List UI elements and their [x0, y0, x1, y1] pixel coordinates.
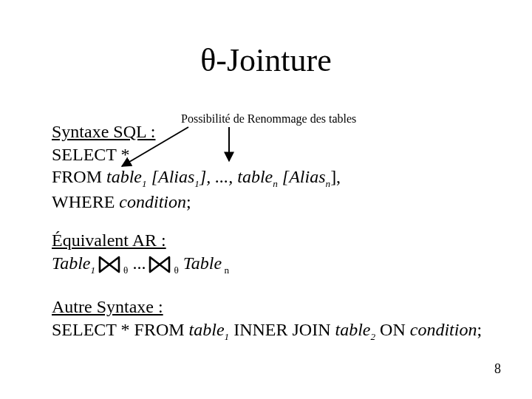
alt-heading: Autre Syntaxe :: [52, 297, 163, 316]
ar-tablen: Table: [179, 253, 222, 273]
sql-tablen-sub: n: [273, 178, 278, 189]
sql-alias1: [Alias: [147, 167, 195, 186]
sql-where-prefix: WHERE: [52, 192, 119, 211]
join-icon: [149, 256, 171, 273]
alt-inner: INNER JOIN: [229, 320, 335, 339]
ar-heading: Équivalent AR :: [52, 231, 166, 250]
sql-alias1-sub: 1: [194, 178, 200, 189]
alt-on: ON: [375, 320, 410, 339]
sql-aliasn: [Alias: [278, 167, 326, 186]
theta-glyph: θ: [200, 42, 216, 78]
alt-end: ;: [477, 320, 482, 339]
ar-seg3: θ Table n: [174, 252, 229, 277]
ar-seg2: θ ...: [123, 252, 146, 277]
alt-table2: table: [335, 320, 371, 339]
alt-cond: condition: [410, 320, 477, 339]
ar-dots: ...: [128, 253, 146, 273]
sql-where-end: ;: [186, 192, 191, 211]
title-suffix: -Jointure: [216, 42, 331, 78]
ar-expression: Table1 θ ... θ Table n: [52, 252, 229, 277]
sql-from-prefix: FROM: [52, 167, 106, 186]
ar-table1: Table: [52, 253, 90, 273]
ar-table1-sub: 1: [90, 265, 95, 276]
sql-from-end: ],: [330, 167, 341, 186]
sql-syntax-block: Syntaxe SQL : SELECT * FROM table1 [Alia…: [52, 120, 341, 214]
alt-prefix: SELECT * FROM: [52, 320, 189, 339]
ar-tablen-sub: n: [222, 265, 229, 276]
sql-where-cond: condition: [119, 192, 186, 211]
ar-equivalent-block: Équivalent AR : Table1 θ ... θ Table n: [52, 229, 229, 276]
join-icon: [98, 256, 120, 273]
sql-heading: Syntaxe SQL :: [52, 122, 155, 141]
ar-seg1: Table1: [52, 252, 95, 277]
page-title: θ-Jointure: [0, 41, 532, 79]
sql-tablen: table: [237, 167, 273, 186]
sql-table1-sub: 1: [142, 178, 147, 189]
page-number: 8: [494, 361, 501, 377]
alt-table1: table: [189, 320, 225, 339]
sql-table1: table: [106, 167, 142, 186]
alt-syntax-block: Autre Syntaxe : SELECT * FROM table1 INN…: [52, 296, 482, 343]
slide: θ-Jointure Possibilité de Renommage des …: [0, 0, 532, 399]
sql-from-mid: ], ...,: [200, 167, 237, 186]
sql-select: SELECT *: [52, 145, 130, 164]
